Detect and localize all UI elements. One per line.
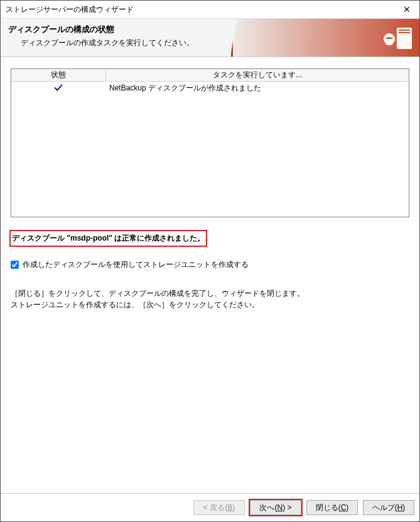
create-storage-unit-option[interactable]: 作成したディスクプールを使用してストレージユニットを作成する [11,259,409,270]
close-button[interactable]: 閉じる(C) [306,500,358,515]
create-storage-unit-label: 作成したディスクプールを使用してストレージユニットを作成する [23,259,249,270]
storage-icon [383,24,413,52]
create-storage-unit-checkbox[interactable] [11,261,19,269]
column-header-status[interactable]: 状態 [11,69,106,82]
svg-rect-2 [399,32,410,33]
check-icon [54,84,63,92]
next-button[interactable]: 次へ(N) > [250,500,301,515]
banner-subtitle: ディスクプールの作成タスクを実行してください。 [21,38,194,48]
titlebar: ストレージサーバーの構成ウィザード ✕ [1,1,419,19]
wizard-banner: ディスクプールの構成の状態 ディスクプールの作成タスクを実行してください。 [1,19,419,57]
status-cell [11,82,105,94]
result-message: ディスクプール "msdp-pool" は正常に作成されました。 [11,231,206,246]
banner-heading: ディスクプールの構成の状態 [8,24,194,35]
wizard-footer: < 戻る(B) 次へ(N) > 閉じる(C) ヘルプ(H) [1,493,419,521]
content-area: 状態 タスクを実行しています... NetBackup ディスクプールが作成され… [1,57,419,493]
window-title: ストレージサーバーの構成ウィザード [6,4,134,15]
help-button[interactable]: ヘルプ(H) [363,500,414,515]
hint-text: ［閉じる］をクリックして、ディスクプールの構成を完了し、ウィザードを閉じます。 … [11,288,409,310]
svg-rect-1 [399,30,410,31]
task-cell: NetBackup ディスクプールが作成されました [105,82,409,94]
hint-line-1: ［閉じる］をクリックして、ディスクプールの構成を完了し、ウィザードを閉じます。 [11,288,409,299]
svg-rect-0 [397,28,412,49]
task-table-header: 状態 タスクを実行しています... [11,69,409,82]
wizard-window: ストレージサーバーの構成ウィザード ✕ ディスクプールの構成の状態 ディスクプー… [0,0,420,522]
column-header-task[interactable]: タスクを実行しています... [106,69,409,82]
svg-point-6 [385,41,393,45]
table-row: NetBackup ディスクプールが作成されました [11,82,409,94]
back-button: < 戻る(B) [193,500,245,515]
close-icon[interactable]: ✕ [394,1,419,18]
hint-line-2: ストレージユニットを作成するには、［次へ］をクリックしてください。 [11,299,409,310]
task-table: 状態 タスクを実行しています... NetBackup ディスクプールが作成され… [11,68,409,217]
